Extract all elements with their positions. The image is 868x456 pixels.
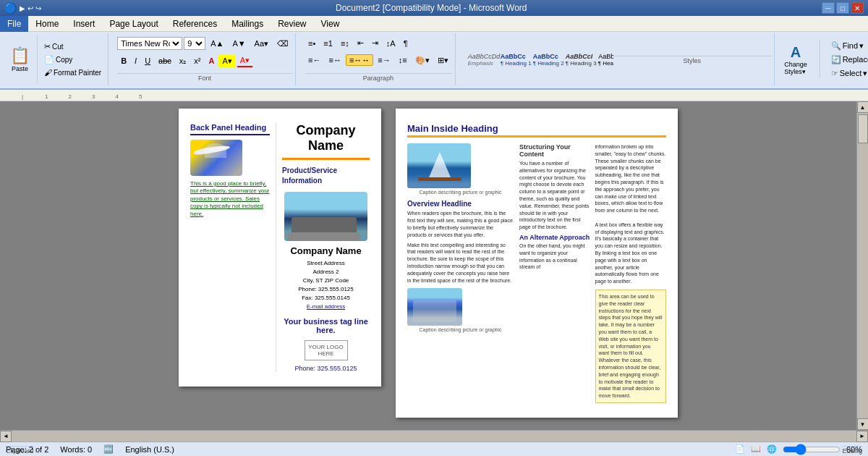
style-heading3[interactable]: AaBbCcI ¶ Heading 3 — [562, 51, 594, 68]
subscript-button[interactable]: x₂ — [176, 55, 190, 67]
find-button[interactable]: 🔍 Find▾ — [827, 40, 868, 52]
sort-button[interactable]: ↕A — [383, 38, 399, 49]
service-info: Product/ServiceInformation — [282, 166, 370, 186]
menu-page-layout[interactable]: Page Layout — [102, 16, 165, 32]
ship-graphic — [284, 192, 367, 241]
airplane-graphic — [190, 140, 242, 176]
back-panel-text: This is a good place to briefly, but eff… — [190, 180, 270, 218]
change-case-button[interactable]: Aa▾ — [251, 38, 272, 50]
increase-indent-button[interactable]: ⇥ — [368, 37, 382, 49]
numbering-button[interactable]: ≡1 — [320, 38, 336, 49]
document-area: Back Panel Heading This is a good place … — [0, 101, 856, 430]
replace-button[interactable]: 🔄 Replace — [827, 54, 868, 66]
intro-body: Make this text compelling and interestin… — [407, 242, 514, 284]
zoom-slider[interactable] — [783, 444, 841, 455]
h-scroll-track[interactable] — [12, 431, 856, 442]
underline-button[interactable]: U — [141, 55, 154, 67]
style-emphasis[interactable]: AaBbCcDd Emphasis — [464, 51, 496, 68]
maximize-button[interactable]: □ — [836, 2, 849, 14]
ruler: |1 23 45 — [0, 90, 868, 101]
show-formatting-button[interactable]: ¶ — [400, 38, 412, 49]
status-bar: Page: 2 of 2 Words: 0 🔤 English (U.S.) 📄… — [0, 442, 868, 456]
overview-headline: Overview Headline — [407, 200, 514, 208]
ribbon-clipboard-group: 📋 Paste ✂Cut 📄Copy 🖌Format Painter Clipb… — [3, 33, 109, 85]
cut-button[interactable]: ✂Cut — [41, 41, 105, 53]
format-painter-button[interactable]: 🖌Format Painter — [41, 67, 105, 78]
copy-button[interactable]: 📄Copy — [41, 54, 105, 66]
font-name-select[interactable]: Times New Rom — [117, 37, 182, 50]
right-col-text: information broken up into smaller, "eas… — [595, 143, 667, 285]
view-full-button[interactable]: 📖 — [751, 444, 761, 454]
ribbon-styles-group: AaBbCcDd Emphasis AaBbCc ¶ Heading 1 AaB… — [461, 33, 775, 85]
ribbon-font-group: Times New Rom 9 A▲ A▼ Aa▾ ⌫ B I U abc x₂… — [114, 33, 296, 85]
bullets-button[interactable]: ≡• — [305, 38, 319, 49]
middle-panel: Company Name Product/ServiceInformation … — [276, 123, 370, 372]
bold-button[interactable]: B — [117, 55, 130, 67]
shading-button[interactable]: 🎨▾ — [412, 54, 433, 67]
scroll-up-button[interactable]: ▲ — [857, 101, 869, 113]
menu-review[interactable]: Review — [271, 16, 313, 32]
vertical-scrollbar[interactable]: ▲ ▼ — [856, 101, 868, 430]
tagline: Your business tag linehere. — [282, 317, 370, 334]
title-bar-title: Document2 [Compatibility Mode] - Microso… — [41, 3, 822, 13]
font-color-button[interactable]: A▾ — [237, 54, 253, 67]
building-graphic — [407, 288, 462, 326]
struct-heading: Structuring Your Content — [519, 143, 591, 158]
menu-references[interactable]: References — [166, 16, 224, 32]
grow-font-button[interactable]: A▲ — [207, 38, 227, 49]
font-size-select[interactable]: 9 — [184, 37, 205, 50]
horizontal-scrollbar[interactable]: ◄ ► — [0, 430, 868, 442]
main-inside-heading: Main Inside Heading — [407, 123, 666, 134]
italic-button[interactable]: I — [131, 55, 140, 67]
shrink-font-button[interactable]: A▼ — [229, 38, 249, 49]
company-name-med: Company Name — [282, 245, 370, 256]
scroll-down-button[interactable]: ▼ — [857, 418, 869, 430]
menu-home[interactable]: Home — [28, 16, 66, 32]
style-heading4[interactable]: AaBbCc ¶ Heading 4 — [595, 51, 613, 68]
decrease-indent-button[interactable]: ⇤ — [354, 37, 367, 49]
menu-mailings[interactable]: Mailings — [224, 16, 271, 32]
view-web-button[interactable]: 🌐 — [767, 444, 777, 454]
superscript-button[interactable]: x² — [190, 55, 204, 67]
far-right-column: information broken up into smaller, "eas… — [595, 143, 667, 403]
spell-check-icon[interactable]: 🔤 — [103, 444, 114, 454]
scroll-thumb[interactable] — [858, 114, 868, 143]
align-left-button[interactable]: ≡← — [305, 54, 324, 66]
select-button[interactable]: ☞ Select▾ — [827, 67, 868, 80]
scroll-left-button[interactable]: ◄ — [0, 431, 12, 442]
sailboat-graphic — [407, 143, 471, 188]
highlight-button[interactable]: A▾ — [218, 55, 235, 67]
align-right-button[interactable]: ≡→ — [374, 54, 393, 66]
style-heading1[interactable]: AaBbCc ¶ Heading 1 — [497, 51, 529, 68]
close-button[interactable]: ✕ — [851, 2, 864, 14]
struct-body: You have a number of alternatives for or… — [519, 160, 591, 231]
clear-format-button[interactable]: ⌫ — [273, 38, 292, 50]
menu-view[interactable]: View — [314, 16, 347, 32]
menu-insert[interactable]: Insert — [66, 16, 102, 32]
paste-button[interactable]: 📋 Paste — [6, 45, 34, 74]
change-styles-button[interactable]: A ChangeStyles▾ — [779, 42, 812, 77]
address-block: Street Address Address 2 City, ST ZIP Co… — [282, 259, 370, 311]
logo-box: YOUR LOGOHERE — [305, 340, 348, 360]
scroll-right-button[interactable]: ► — [856, 431, 868, 442]
align-center-button[interactable]: ≡↔ — [326, 54, 345, 66]
borders-button[interactable]: ⊞▾ — [434, 54, 452, 67]
text-effect-button[interactable]: A — [205, 55, 218, 67]
view-print-button[interactable]: 📄 — [735, 444, 745, 454]
alt-body: On the other hand, you might want to org… — [519, 242, 591, 271]
style-heading2[interactable]: AaBbCc ¶ Heading 2 — [529, 51, 561, 68]
back-panel: Back Panel Heading This is a good place … — [190, 123, 276, 372]
yellow-callout-box: This area can be used to give the reader… — [595, 290, 667, 403]
mid-right-column: Structuring Your Content You have a numb… — [519, 143, 591, 403]
left-inside-column: Caption describing picture or graphic Ov… — [407, 143, 514, 403]
scroll-track[interactable] — [857, 113, 868, 418]
multilevel-button[interactable]: ≡↕ — [337, 38, 353, 49]
menu-file[interactable]: File — [0, 16, 28, 32]
strikethrough-button[interactable]: abc — [155, 55, 175, 67]
ribbon: 📋 Paste ✂Cut 📄Copy 🖌Format Painter Clipb… — [0, 32, 868, 90]
align-justify-button[interactable]: ≡↔↔ — [346, 54, 373, 66]
ribbon-change-styles-group: A ChangeStyles▾ 🔍 Find▾ 🔄 Replace ☞ Sele… — [776, 33, 868, 85]
word-icon: 🔵 — [4, 2, 17, 14]
minimize-button[interactable]: ─ — [822, 2, 835, 14]
line-spacing-button[interactable]: ↕≡ — [395, 54, 411, 66]
